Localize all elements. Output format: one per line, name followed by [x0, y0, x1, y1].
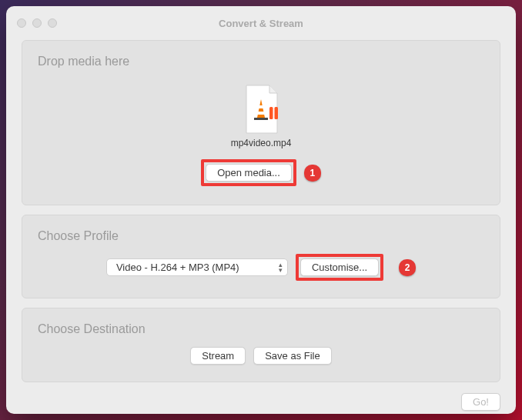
stream-button[interactable]: Stream	[190, 347, 246, 365]
media-file: mp4video.mp4	[231, 79, 292, 148]
svg-rect-2	[254, 118, 268, 120]
profile-select[interactable]: Video - H.264 + MP3 (MP4) ▴▾	[106, 258, 288, 276]
open-media-button[interactable]: Open media...	[206, 164, 292, 182]
choose-profile-panel: Choose Profile Video - H.264 + MP3 (MP4)…	[22, 215, 500, 298]
footer: Go!	[6, 393, 516, 420]
chevron-updown-icon: ▴▾	[279, 262, 283, 273]
svg-rect-1	[256, 112, 265, 115]
titlebar: Convert & Stream	[6, 6, 516, 40]
profile-select-value: Video - H.264 + MP3 (MP4)	[116, 262, 239, 273]
traffic-lights	[17, 18, 57, 28]
minimize-icon[interactable]	[32, 18, 42, 28]
go-button[interactable]: Go!	[461, 393, 500, 411]
annotation-highlight-2: Customise...	[296, 254, 383, 281]
close-icon[interactable]	[17, 18, 26, 28]
annotation-highlight-1: Open media...	[201, 159, 296, 186]
profile-heading: Choose Profile	[38, 229, 484, 243]
drop-media-panel[interactable]: Drop media here	[22, 40, 500, 205]
window-title: Convert & Stream	[6, 18, 516, 29]
content: Drop media here	[6, 40, 516, 393]
svg-rect-0	[258, 105, 264, 108]
svg-rect-4	[275, 107, 279, 119]
svg-rect-3	[269, 107, 273, 119]
file-icon	[240, 84, 282, 135]
drop-heading: Drop media here	[38, 55, 484, 68]
annotation-badge-1: 1	[304, 165, 321, 182]
filename: mp4video.mp4	[231, 138, 292, 148]
destination-heading: Choose Destination	[38, 322, 484, 336]
window: Convert & Stream Drop media here	[6, 6, 516, 414]
save-as-file-button[interactable]: Save as File	[253, 347, 332, 365]
customise-button[interactable]: Customise...	[300, 258, 379, 276]
choose-destination-panel: Choose Destination Stream Save as File	[22, 308, 500, 382]
annotation-badge-2: 2	[399, 259, 416, 276]
zoom-icon[interactable]	[48, 18, 57, 28]
